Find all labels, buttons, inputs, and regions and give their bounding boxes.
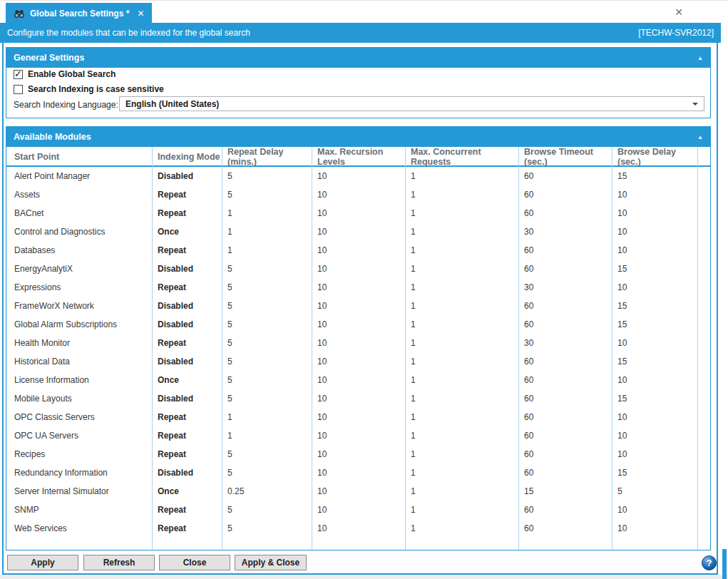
cell-browse-timeout[interactable]: 30 bbox=[519, 222, 612, 241]
cell-browse-timeout[interactable]: 60 bbox=[519, 260, 612, 278]
cell-browse-delay[interactable]: 5 bbox=[612, 482, 698, 501]
refresh-button[interactable]: Refresh bbox=[83, 555, 155, 570]
cell-browse-timeout[interactable]: 60 bbox=[519, 241, 612, 260]
cell-indexing-mode[interactable]: Repeat bbox=[153, 519, 222, 538]
cell-repeat-delay[interactable]: 5 bbox=[222, 185, 312, 204]
case-sensitive-checkbox[interactable]: ✓ bbox=[14, 85, 23, 94]
cell-indexing-mode[interactable]: Repeat bbox=[153, 204, 222, 222]
cell-max-recursion-levels[interactable]: 10 bbox=[312, 167, 406, 185]
cell-indexing-mode[interactable]: Disabled bbox=[153, 297, 222, 315]
cell-browse-delay[interactable]: 10 bbox=[612, 204, 698, 222]
cell-max-concurrent-requests[interactable]: 1 bbox=[406, 334, 519, 352]
table-row[interactable]: OPC UA ServersRepeat11016010 bbox=[6, 426, 710, 445]
cell-repeat-delay[interactable]: 1 bbox=[222, 204, 312, 222]
table-row[interactable]: ExpressionsRepeat51013010 bbox=[6, 278, 710, 297]
cell-max-concurrent-requests[interactable]: 1 bbox=[406, 297, 519, 315]
cell-max-concurrent-requests[interactable]: 1 bbox=[406, 463, 519, 482]
cell-max-concurrent-requests[interactable]: 1 bbox=[406, 426, 519, 445]
enable-global-search-checkbox[interactable]: ✓ bbox=[14, 70, 23, 79]
column-header-browse-timeout[interactable]: Browse Timeout (sec.) bbox=[519, 147, 612, 167]
cell-max-recursion-levels[interactable]: 10 bbox=[312, 482, 406, 501]
cell-browse-delay[interactable]: 15 bbox=[612, 297, 698, 315]
cell-max-concurrent-requests[interactable]: 1 bbox=[406, 519, 519, 538]
collapse-arrow-icon[interactable]: ▲ bbox=[697, 48, 703, 68]
cell-max-recursion-levels[interactable]: 10 bbox=[312, 260, 406, 278]
cell-repeat-delay[interactable]: 1 bbox=[222, 241, 312, 260]
column-header-indexing-mode[interactable]: Indexing Mode bbox=[153, 147, 222, 167]
cell-browse-delay[interactable]: 15 bbox=[612, 352, 698, 371]
cell-start-point[interactable]: Historical Data bbox=[6, 352, 153, 371]
cell-max-recursion-levels[interactable]: 10 bbox=[312, 426, 406, 445]
cell-browse-timeout[interactable]: 60 bbox=[519, 352, 612, 371]
cell-browse-delay[interactable]: 10 bbox=[612, 222, 698, 241]
cell-browse-delay[interactable]: 15 bbox=[612, 315, 698, 334]
cell-indexing-mode[interactable]: Repeat bbox=[153, 241, 222, 260]
cell-start-point[interactable]: Assets bbox=[6, 185, 153, 204]
cell-repeat-delay[interactable]: 5 bbox=[222, 278, 312, 297]
table-row[interactable]: Alert Point ManagerDisabled51016015 bbox=[6, 167, 710, 185]
cell-repeat-delay[interactable]: 5 bbox=[222, 389, 312, 408]
cell-browse-timeout[interactable]: 30 bbox=[519, 278, 612, 297]
cell-max-recursion-levels[interactable]: 10 bbox=[312, 334, 406, 352]
cell-browse-delay[interactable]: 15 bbox=[612, 260, 698, 278]
table-row[interactable]: AssetsRepeat51016010 bbox=[6, 185, 710, 204]
tab-global-search-settings[interactable]: Global Search Settings * ✕ bbox=[6, 3, 152, 24]
apply-button[interactable]: Apply bbox=[7, 555, 78, 570]
column-header-repeat-delay[interactable]: Repeat Delay (mins.) bbox=[222, 147, 312, 167]
table-row[interactable]: Control and DiagnosticsOnce11013010 bbox=[6, 222, 710, 241]
cell-start-point[interactable]: FrameWorX Network bbox=[6, 297, 153, 315]
cell-indexing-mode[interactable]: Disabled bbox=[153, 260, 222, 278]
table-row[interactable]: OPC Classic ServersRepeat11016010 bbox=[6, 408, 710, 426]
cell-max-recursion-levels[interactable]: 10 bbox=[312, 519, 406, 538]
cell-max-recursion-levels[interactable]: 10 bbox=[312, 352, 406, 371]
cell-repeat-delay[interactable]: 5 bbox=[222, 297, 312, 315]
cell-browse-delay[interactable]: 10 bbox=[612, 408, 698, 426]
column-header-browse-delay[interactable]: Browse Delay (sec.) bbox=[612, 147, 698, 167]
cell-max-recursion-levels[interactable]: 10 bbox=[312, 408, 406, 426]
cell-indexing-mode[interactable]: Disabled bbox=[153, 463, 222, 482]
indexing-language-select[interactable]: English (United States) bbox=[119, 96, 704, 111]
table-row[interactable]: SNMPRepeat51016010 bbox=[6, 501, 710, 519]
cell-browse-delay[interactable]: 15 bbox=[612, 167, 698, 185]
cell-max-recursion-levels[interactable]: 10 bbox=[312, 371, 406, 389]
table-row[interactable]: Health MonitorRepeat51013010 bbox=[6, 334, 710, 352]
cell-browse-delay[interactable]: 10 bbox=[612, 519, 698, 538]
cell-browse-timeout[interactable]: 60 bbox=[519, 185, 612, 204]
cell-browse-timeout[interactable]: 60 bbox=[519, 389, 612, 408]
column-header-max-recursion-levels[interactable]: Max. Recursion Levels bbox=[312, 147, 406, 167]
cell-browse-timeout[interactable]: 60 bbox=[519, 463, 612, 482]
cell-max-concurrent-requests[interactable]: 1 bbox=[406, 185, 519, 204]
cell-browse-timeout[interactable]: 60 bbox=[519, 371, 612, 389]
cell-repeat-delay[interactable]: 1 bbox=[222, 426, 312, 445]
cell-start-point[interactable]: Health Monitor bbox=[6, 334, 153, 352]
cell-repeat-delay[interactable]: 5 bbox=[222, 352, 312, 371]
cell-repeat-delay[interactable]: 1 bbox=[222, 222, 312, 241]
table-row[interactable]: Server Internal SimulatorOnce0.25101155 bbox=[6, 482, 710, 501]
cell-max-concurrent-requests[interactable]: 1 bbox=[406, 241, 519, 260]
cell-max-recursion-levels[interactable]: 10 bbox=[312, 222, 406, 241]
cell-max-recursion-levels[interactable]: 10 bbox=[312, 389, 406, 408]
cell-start-point[interactable]: Server Internal Simulator bbox=[6, 482, 153, 501]
cell-max-concurrent-requests[interactable]: 1 bbox=[406, 260, 519, 278]
apply-and-close-button[interactable]: Apply & Close bbox=[235, 555, 307, 570]
cell-browse-timeout[interactable]: 60 bbox=[519, 519, 612, 538]
cell-start-point[interactable]: Alert Point Manager bbox=[6, 167, 153, 185]
cell-browse-timeout[interactable]: 60 bbox=[519, 501, 612, 519]
table-row[interactable]: Mobile LayoutsDisabled51016015 bbox=[6, 389, 710, 408]
cell-repeat-delay[interactable]: 1 bbox=[222, 408, 312, 426]
cell-indexing-mode[interactable]: Repeat bbox=[153, 426, 222, 445]
available-modules-header[interactable]: Available Modules ▲ bbox=[6, 127, 710, 147]
table-row[interactable]: FrameWorX NetworkDisabled51016015 bbox=[6, 297, 710, 315]
cell-max-recursion-levels[interactable]: 10 bbox=[312, 278, 406, 297]
cell-repeat-delay[interactable]: 5 bbox=[222, 519, 312, 538]
cell-browse-timeout[interactable]: 60 bbox=[519, 315, 612, 334]
cell-max-concurrent-requests[interactable]: 1 bbox=[406, 389, 519, 408]
cell-indexing-mode[interactable]: Repeat bbox=[153, 278, 222, 297]
cell-indexing-mode[interactable]: Once bbox=[153, 371, 222, 389]
cell-browse-delay[interactable]: 15 bbox=[612, 389, 698, 408]
tab-close-icon[interactable]: ✕ bbox=[137, 9, 144, 18]
general-settings-header[interactable]: General Settings ▲ bbox=[6, 48, 710, 68]
pane-close-icon[interactable]: ✕ bbox=[673, 6, 685, 18]
cell-repeat-delay[interactable]: 5 bbox=[222, 463, 312, 482]
cell-start-point[interactable]: License Information bbox=[6, 371, 153, 389]
